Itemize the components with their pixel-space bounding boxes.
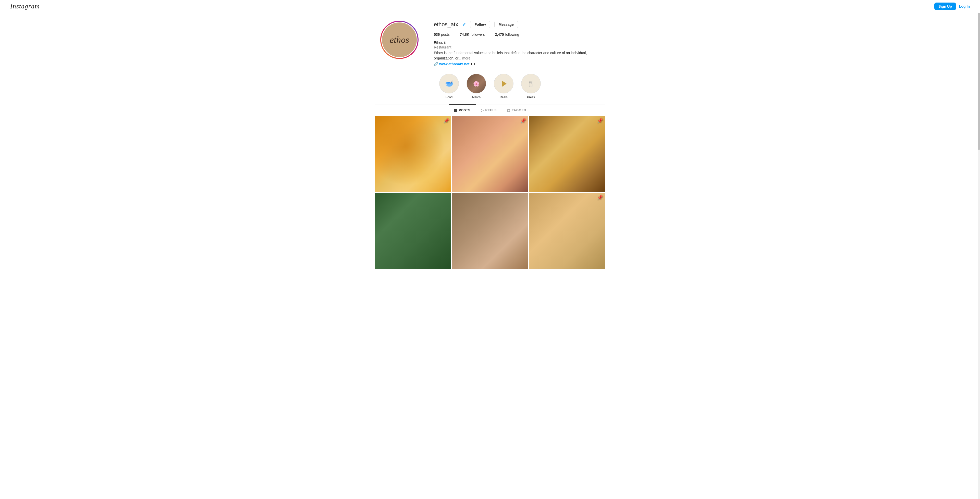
stats-row: 536 posts 74.8K followers 2,475 followin… [434, 32, 600, 37]
highlight-merch-label: Merch [472, 96, 480, 99]
header-actions: Sign Up Log In [934, 3, 970, 10]
following-count: 2,475 [495, 32, 504, 37]
highlight-press[interactable]: 🍴 Press [521, 74, 541, 99]
highlight-food-label: Food [445, 96, 452, 99]
highlight-merch-circle: 🌸 [466, 74, 486, 93]
scrollbar-thumb[interactable] [978, 0, 980, 150]
profile-section: ethos ethos_atx ✔ Follow Message 536 pos… [375, 21, 605, 66]
profile-info: ethos_atx ✔ Follow Message 536 posts 74.… [434, 21, 600, 66]
bio-link-extra: + 1 [471, 62, 476, 66]
bio-it: it [444, 41, 446, 45]
pin-icon-1: 📌 [444, 118, 449, 124]
bio-name: Ethos it [434, 41, 600, 45]
highlight-press-label: Press [527, 96, 535, 99]
pin-icon-2: 📌 [520, 118, 526, 124]
tab-posts[interactable]: ▦ POSTS [449, 104, 476, 116]
profile-header-row: ethos_atx ✔ Follow Message [434, 21, 600, 28]
reels-tab-label: REELS [485, 108, 497, 112]
posts-tab-icon: ▦ [454, 108, 457, 112]
avatar: ethos [381, 22, 417, 58]
bio-name-text: Ethos [434, 41, 443, 45]
highlight-food[interactable]: 🥣 Food [439, 74, 459, 99]
reels-tab-icon: ▷ [481, 108, 484, 112]
avatar-text: ethos [390, 35, 409, 45]
highlight-reels-label: Reels [500, 96, 508, 99]
post-6[interactable]: 📌 [529, 193, 605, 269]
highlight-reels[interactable]: Reels [494, 74, 514, 99]
tabs-section: ▦ POSTS ▷ REELS ◻ TAGGED [375, 104, 605, 116]
bio-link[interactable]: 🔗 www.ethosatx.net + 1 [434, 62, 600, 66]
post-1[interactable]: 📌 [375, 116, 451, 192]
posts-label: posts [441, 32, 449, 37]
link-icon: 🔗 [434, 62, 438, 66]
followers-count: 74.8K [460, 32, 469, 37]
bio-text: Ethos is the fundamental values and beli… [434, 50, 600, 61]
grid-row-2: 📌 [375, 193, 605, 269]
bio-link-url[interactable]: www.ethosatx.net [439, 62, 469, 66]
instagram-logo: Instagram [10, 3, 40, 10]
fork-icon: 🍴 [528, 80, 535, 87]
avatar-ring: ethos [380, 21, 418, 59]
post-3[interactable]: 📌 [529, 116, 605, 192]
follow-button[interactable]: Follow [470, 21, 490, 28]
merch-image: 🌸 [467, 74, 486, 93]
highlight-reels-circle [494, 74, 514, 93]
highlight-press-circle: 🍴 [521, 74, 541, 93]
signup-button[interactable]: Sign Up [934, 3, 956, 10]
food-icon: 🥣 [445, 80, 453, 88]
stat-following: 2,475 following [495, 32, 519, 37]
pin-icon-3: 📌 [597, 118, 603, 124]
pin-icon-6: 📌 [597, 195, 603, 200]
post-5[interactable] [452, 193, 528, 269]
following-label: following [505, 32, 519, 37]
posts-count: 536 [434, 32, 440, 37]
posts-tab-label: POSTS [459, 108, 471, 112]
tagged-tab-icon: ◻ [507, 108, 511, 112]
verified-icon: ✔ [462, 22, 466, 27]
avatar-container: ethos [380, 21, 418, 59]
grid-section: 📌 📌 📌 📌 [375, 116, 605, 269]
highlight-food-circle: 🥣 [439, 74, 459, 93]
scrollbar[interactable] [978, 0, 980, 269]
play-icon [502, 81, 507, 87]
login-button[interactable]: Log In [959, 4, 970, 8]
bio-category: Restaurant [434, 45, 600, 49]
followers-label: followers [471, 32, 485, 37]
username: ethos_atx [434, 21, 458, 28]
tagged-tab-label: TAGGED [512, 108, 526, 112]
highlights-section: 🥣 Food 🌸 Merch Reels 🍴 Press [375, 74, 605, 99]
grid-row-1: 📌 📌 📌 [375, 116, 605, 192]
post-4[interactable] [375, 193, 451, 269]
stat-posts: 536 posts [434, 32, 450, 37]
post-2[interactable]: 📌 [452, 116, 528, 192]
bio: Ethos it Restaurant Ethos is the fundame… [434, 41, 600, 66]
tab-reels[interactable]: ▷ REELS [476, 104, 502, 116]
highlight-merch[interactable]: 🌸 Merch [466, 74, 486, 99]
bio-more[interactable]: more [462, 56, 470, 60]
header: Instagram Sign Up Log In [0, 0, 980, 13]
tab-tagged[interactable]: ◻ TAGGED [502, 104, 531, 116]
stat-followers: 74.8K followers [460, 32, 485, 37]
message-button[interactable]: Message [494, 21, 518, 28]
tabs-row: ▦ POSTS ▷ REELS ◻ TAGGED [375, 104, 605, 116]
